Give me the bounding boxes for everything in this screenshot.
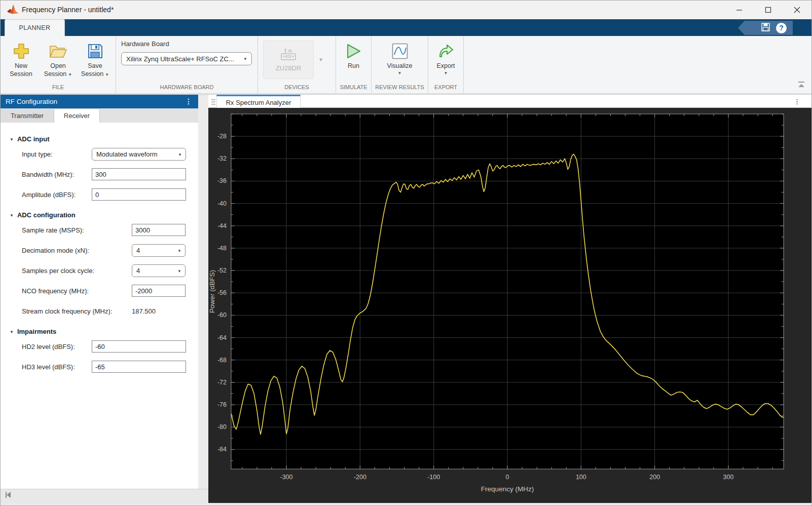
svg-text:-68: -68 xyxy=(217,357,227,364)
section-impairments[interactable]: ▼Impairments xyxy=(10,328,198,335)
help-icon[interactable]: ? xyxy=(776,23,787,33)
input-type-caret-icon: ▼ xyxy=(178,152,182,157)
ribbon-section-export: Export ▼ EXPORT xyxy=(428,36,464,93)
review-results-section-label: REVIEW RESULTS xyxy=(372,83,428,93)
frequency-planner-window: { "window": { "title": "Frequency Planne… xyxy=(0,0,812,506)
samples-per-clock-dropdown[interactable]: 4 ▼ xyxy=(132,264,186,277)
hd3-level-input[interactable] xyxy=(92,361,186,373)
input-type-label: Input type: xyxy=(22,150,92,158)
collapse-triangle-icon: ▼ xyxy=(10,330,14,334)
decimation-mode-dropdown[interactable]: 4 ▼ xyxy=(132,244,186,257)
sample-rate-input[interactable] xyxy=(132,224,186,236)
svg-text:0: 0 xyxy=(506,474,509,481)
svg-text:-48: -48 xyxy=(217,245,227,252)
devices-section-label: DEVICES xyxy=(258,83,336,93)
matlab-logo-icon xyxy=(7,4,19,17)
collapse-panel-icon[interactable] xyxy=(4,491,12,501)
tab-rx-spectrum-analyzer[interactable]: Rx Spectrum Analyzer xyxy=(216,95,301,108)
samples-per-clock-caret-icon: ▼ xyxy=(177,269,181,274)
device-name: ZU28DR xyxy=(276,64,302,72)
tab-receiver[interactable]: Receiver xyxy=(54,108,100,123)
section-adc-configuration[interactable]: ▼ADC configuration xyxy=(10,211,198,219)
receiver-form: ▼ADC input Input type: Modulated wavefor… xyxy=(1,123,198,377)
hd2-level-input[interactable] xyxy=(92,340,186,353)
collapse-triangle-icon: ▼ xyxy=(10,137,14,142)
svg-text:-72: -72 xyxy=(217,379,227,386)
svg-text:-52: -52 xyxy=(217,267,227,274)
svg-text:-200: -200 xyxy=(354,474,366,481)
svg-text:-28: -28 xyxy=(217,133,227,140)
run-play-icon xyxy=(346,41,361,62)
open-session-caret-icon: ▼ xyxy=(68,72,72,77)
quick-access-toolbar: ? xyxy=(738,21,793,35)
amplitude-input[interactable] xyxy=(92,188,186,201)
hd2-level-label: HD2 level (dBFS): xyxy=(22,343,92,351)
visualize-button[interactable]: Visualize ▼ xyxy=(380,36,420,83)
samples-per-clock-label: Samples per clock cycle: xyxy=(22,267,132,275)
panel-splitter[interactable] xyxy=(198,94,208,489)
svg-text:200: 200 xyxy=(649,474,660,481)
svg-text:-300: -300 xyxy=(280,474,292,481)
svg-text:-32: -32 xyxy=(217,155,227,162)
rf-configuration-tabs: Transmitter Receiver xyxy=(1,108,198,123)
panel-status-bar xyxy=(1,489,208,502)
minimize-button[interactable] xyxy=(725,1,754,19)
hardware-board-section-label: HARDWARE BOARD xyxy=(116,83,257,93)
open-folder-icon xyxy=(49,41,67,62)
export-caret-icon: ▼ xyxy=(444,71,448,75)
maximize-button[interactable] xyxy=(754,1,783,19)
ribbon-section-file: New Session Open Session▼ xyxy=(1,36,116,93)
decimation-mode-label: Decimation mode (xN): xyxy=(22,247,132,254)
svg-text:Frequency (MHz): Frequency (MHz) xyxy=(481,485,534,493)
file-section-label: FILE xyxy=(1,83,116,93)
svg-text:-80: -80 xyxy=(217,423,227,431)
svg-text:-56: -56 xyxy=(217,289,227,296)
hardware-board-dropdown[interactable]: Xilinx Zynq UltraScale+ RFSoC ZC... ▼ xyxy=(121,52,252,65)
tab-planner[interactable]: PLANNER xyxy=(5,19,65,36)
svg-text:-36: -36 xyxy=(217,177,227,184)
ribbon-toolbar: New Session Open Session▼ xyxy=(1,36,811,94)
export-button[interactable]: Export ▼ xyxy=(430,36,462,83)
device-dropdown-caret[interactable]: ▼ xyxy=(314,41,328,79)
stream-clock-frequency-value: 187.500 xyxy=(132,307,156,315)
spectrum-plot-region: -300-200-1000100200300-84-80-76-72-68-64… xyxy=(208,108,811,502)
open-session-button[interactable]: Open Session▼ xyxy=(40,36,77,83)
svg-text:-84: -84 xyxy=(217,446,227,453)
document-options-kebab-icon[interactable]: ⋮ xyxy=(794,95,800,108)
simulate-section-label: SIMULATE xyxy=(336,83,371,93)
export-section-label: EXPORT xyxy=(428,83,463,93)
tab-drag-grip-icon[interactable] xyxy=(211,98,216,107)
input-type-dropdown[interactable]: Modulated waveform ▼ xyxy=(92,148,186,161)
svg-text:-64: -64 xyxy=(217,334,227,341)
ribbon-section-devices: ZU28DR ▼ DEVICES xyxy=(258,36,336,93)
collapse-ribbon-icon[interactable] xyxy=(797,81,805,90)
rf-configuration-header: RF Configuration ⋮ xyxy=(1,95,198,108)
run-button[interactable]: Run xyxy=(338,36,370,83)
tab-transmitter[interactable]: Transmitter xyxy=(1,108,54,123)
section-adc-input[interactable]: ▼ADC input xyxy=(10,135,198,143)
visualize-sine-icon xyxy=(392,41,408,62)
svg-text:-44: -44 xyxy=(217,222,227,229)
panel-options-kebab-icon[interactable]: ⋮ xyxy=(185,95,192,108)
quick-save-icon[interactable] xyxy=(761,23,770,33)
bandwidth-input[interactable] xyxy=(92,168,186,180)
save-session-button[interactable]: Save Session▼ xyxy=(77,36,114,83)
hd3-level-label: HD3 level (dBFS): xyxy=(22,363,92,371)
nco-frequency-label: NCO frequency (MHz): xyxy=(22,287,132,295)
device-icon xyxy=(279,48,298,63)
document-area: Rx Spectrum Analyzer ⋮ -300-200-10001002… xyxy=(208,94,811,502)
export-arrow-icon xyxy=(438,41,454,62)
panel-title: RF Configuration xyxy=(6,98,57,105)
visualize-caret-icon: ▼ xyxy=(398,71,402,75)
new-session-button[interactable]: New Session xyxy=(3,36,40,83)
new-session-plus-icon xyxy=(13,41,30,62)
svg-text:Power (dBFS): Power (dBFS) xyxy=(208,270,216,313)
spectrum-plot-canvas[interactable]: -300-200-1000100200300-84-80-76-72-68-64… xyxy=(208,108,812,503)
document-tab-bar: Rx Spectrum Analyzer ⋮ xyxy=(208,94,811,108)
device-zu28dr-button[interactable]: ZU28DR xyxy=(263,41,314,79)
close-button[interactable] xyxy=(783,1,811,19)
nco-frequency-input[interactable] xyxy=(132,285,186,297)
window-title: Frequency Planner - untitled* xyxy=(22,1,114,19)
hardware-board-label: Hardware Board xyxy=(121,40,252,48)
svg-text:100: 100 xyxy=(576,474,586,481)
